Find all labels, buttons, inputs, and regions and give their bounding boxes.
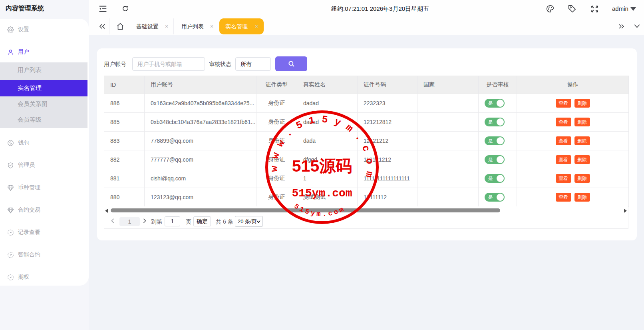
svg-text:515ym.com: 515ym.com xyxy=(293,202,347,218)
svg-text:515ym.com: 515ym.com xyxy=(292,187,352,200)
svg-text:515源码: 515源码 xyxy=(292,157,352,175)
